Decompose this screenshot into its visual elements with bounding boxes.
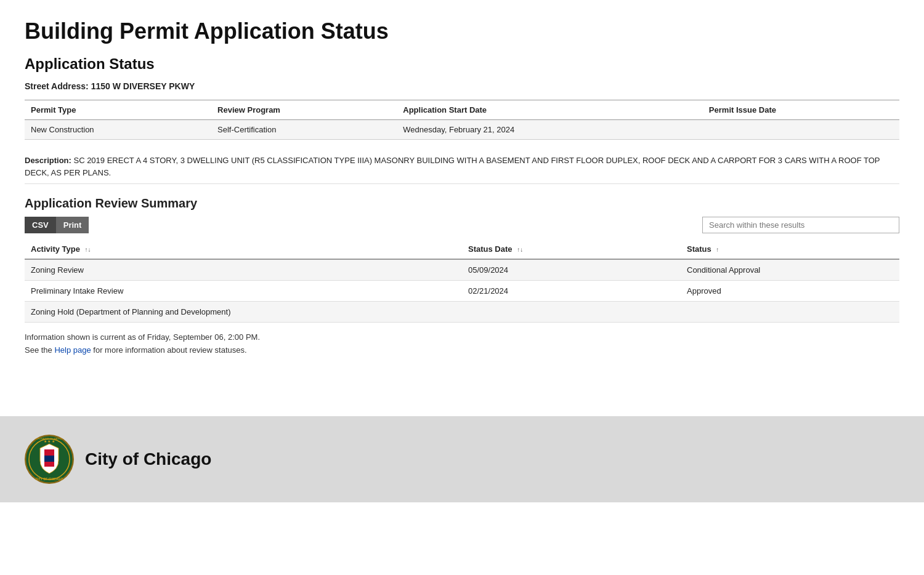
- description-text: SC 2019 ERECT A 4 STORY, 3 DWELLING UNIT…: [25, 156, 880, 177]
- footer: ★ ★ ★ CITY OF CHICAGO INCORPORATED 4th M…: [0, 416, 924, 502]
- svg-text:INCORPORATED 4th MARCH 1837: INCORPORATED 4th MARCH 1837: [30, 437, 70, 440]
- svg-rect-5: [44, 462, 54, 467]
- street-address-label: Street Address:: [25, 81, 89, 91]
- status-date-header[interactable]: Status Date ↑↓: [462, 239, 681, 259]
- activity-type-cell-1: Zoning Review: [25, 259, 462, 281]
- status-date-cell-2: 02/21/2024: [462, 281, 681, 302]
- review-program-cell: Self-Certification: [211, 120, 397, 140]
- application-start-date-cell: Wednesday, February 21, 2024: [397, 120, 703, 140]
- svg-rect-3: [44, 449, 54, 456]
- permit-issue-date-header: Permit Issue Date: [703, 100, 899, 120]
- status-cell-1: Conditional Approval: [681, 259, 899, 281]
- toolbar-left: CSV Print: [25, 217, 89, 233]
- toolbar: CSV Print: [25, 217, 899, 233]
- print-button[interactable]: Print: [56, 217, 89, 233]
- section-title: Application Status: [25, 55, 899, 73]
- help-text-prefix: See the: [25, 345, 54, 355]
- csv-button[interactable]: CSV: [25, 217, 56, 233]
- footer-city-name: City of Chicago: [85, 449, 211, 469]
- status-cell-3: [681, 302, 899, 323]
- table-row: New Construction Self-Certification Wedn…: [25, 120, 899, 140]
- help-text: See the Help page for more information a…: [25, 345, 899, 355]
- permit-issue-date-cell: [703, 120, 899, 140]
- description-box: Description: SC 2019 ERECT A 4 STORY, 3 …: [25, 150, 899, 184]
- review-summary-title: Application Review Summary: [25, 196, 899, 211]
- application-start-date-header: Application Start Date: [397, 100, 703, 120]
- help-text-suffix: for more information about review status…: [91, 345, 247, 355]
- permit-type-header: Permit Type: [25, 100, 211, 120]
- help-link[interactable]: Help page: [54, 345, 91, 355]
- svg-text:CITY OF CHICAGO: CITY OF CHICAGO: [36, 477, 63, 481]
- review-program-header: Review Program: [211, 100, 397, 120]
- table-row: Preliminary Intake Review 02/21/2024 App…: [25, 281, 899, 302]
- status-date-cell-1: 05/09/2024: [462, 259, 681, 281]
- status-sort-icon: ↑: [716, 246, 719, 253]
- activity-type-sort-icon: ↑↓: [85, 246, 91, 253]
- status-header[interactable]: Status ↑: [681, 239, 899, 259]
- current-as-of: Information shown is current as of Frida…: [25, 332, 899, 342]
- description-label: Description:: [25, 156, 71, 165]
- svg-rect-4: [44, 456, 54, 462]
- street-address-value: 1150 W DIVERSEY PKWY: [91, 81, 195, 91]
- permit-type-cell: New Construction: [25, 120, 211, 140]
- page-title: Building Permit Application Status: [25, 18, 899, 44]
- table-row: Zoning Review 05/09/2024 Conditional App…: [25, 259, 899, 281]
- activity-type-cell-2: Preliminary Intake Review: [25, 281, 462, 302]
- activity-type-header[interactable]: Activity Type ↑↓: [25, 239, 462, 259]
- search-input[interactable]: [702, 217, 899, 233]
- city-seal-icon: ★ ★ ★ CITY OF CHICAGO INCORPORATED 4th M…: [25, 435, 74, 484]
- permit-table: Permit Type Review Program Application S…: [25, 100, 899, 140]
- review-table: Activity Type ↑↓ Status Date ↑↓ Status ↑…: [25, 239, 899, 323]
- table-row: Zoning Hold (Department of Planning and …: [25, 302, 899, 323]
- status-cell-2: Approved: [681, 281, 899, 302]
- activity-type-cell-3: Zoning Hold (Department of Planning and …: [25, 302, 462, 323]
- status-date-cell-3: [462, 302, 681, 323]
- street-address: Street Address: 1150 W DIVERSEY PKWY: [25, 81, 899, 91]
- status-date-sort-icon: ↑↓: [517, 246, 523, 253]
